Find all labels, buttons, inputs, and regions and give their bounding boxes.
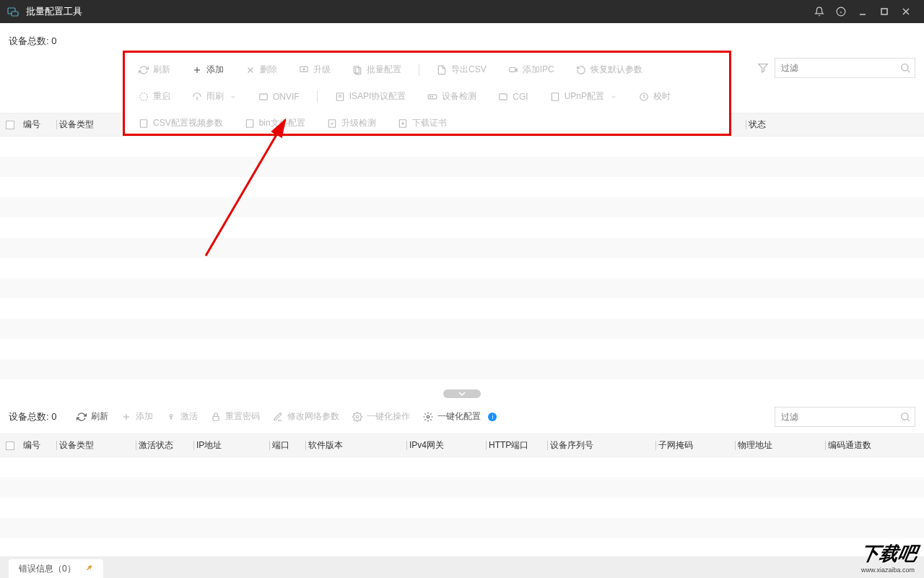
upgrade-check-button[interactable]: 升级检测	[318, 113, 385, 134]
svg-rect-26	[500, 93, 507, 99]
table1-body	[0, 137, 924, 389]
svg-point-24	[430, 96, 431, 97]
svg-point-41	[427, 415, 430, 418]
app-logo-icon	[7, 6, 19, 17]
watermark: 下载吧 www.xiazaiba.com	[858, 541, 920, 574]
edit-network-button[interactable]: 修改网络参数	[273, 410, 339, 423]
titlebar: 批量配置工具	[0, 0, 924, 23]
svg-point-34	[902, 64, 908, 71]
device-total-bottom: 设备总数: 0	[9, 410, 56, 423]
svg-rect-6	[881, 9, 887, 14]
svg-rect-39	[213, 416, 219, 420]
onvif-button[interactable]: ONVIF	[250, 87, 308, 107]
add-ipc-button[interactable]: 添加IPC	[500, 60, 563, 80]
select-all-checkbox-2[interactable]	[6, 441, 14, 450]
info-badge-icon: i	[488, 413, 497, 421]
download-cert-button[interactable]: 下载证书	[389, 113, 456, 134]
pin-icon[interactable]	[84, 564, 93, 574]
select-all-checkbox-1[interactable]	[6, 121, 14, 129]
device-total-top: 设备总数: 0	[9, 35, 56, 48]
svg-point-25	[432, 96, 433, 97]
onekey-operation-button[interactable]: 一键化操作	[352, 410, 410, 423]
svg-rect-1	[12, 12, 18, 16]
top-toolbar-area: 设备总数: 0 刷新 添加 删除 升级 批量配置 导出CSV 添加IPC 恢复默…	[0, 23, 924, 113]
activate-button[interactable]: 激活	[166, 410, 198, 423]
close-button[interactable]	[895, 0, 917, 23]
minimize-button[interactable]	[852, 0, 873, 23]
upnp-config-button[interactable]: UPnP配置	[541, 87, 626, 107]
table2-header: 编号 设备类型 激活状态 IP地址 端口 软件版本 IPv4网关 HTTP端口 …	[0, 434, 924, 457]
filter-input-bottom[interactable]	[775, 407, 915, 427]
isapi-config-button[interactable]: ISAPI协议配置	[326, 87, 415, 107]
reboot-button[interactable]: 重启	[130, 87, 179, 107]
statusbar: 错误信息（0）	[0, 556, 924, 578]
add-button-2[interactable]: 添加	[121, 410, 153, 423]
svg-point-42	[902, 413, 908, 420]
timing-button[interactable]: 校时	[630, 87, 679, 107]
filter-bottom	[775, 407, 915, 427]
collapse-handle[interactable]	[443, 389, 481, 398]
filter-icon	[757, 62, 769, 76]
window-title: 批量配置工具	[26, 5, 82, 18]
svg-rect-30	[246, 119, 253, 127]
csv-video-params-button[interactable]: CSV配置视频参数	[130, 113, 232, 134]
svg-rect-29	[140, 119, 147, 127]
svg-line-43	[907, 419, 910, 421]
onekey-config-button[interactable]: 一键化配置i	[423, 410, 497, 423]
upgrade-button[interactable]: 升级	[290, 60, 339, 80]
info-icon[interactable]	[830, 0, 852, 23]
reset-password-button[interactable]: 重置密码	[211, 410, 260, 423]
device-detect-button[interactable]: 设备检测	[419, 87, 485, 107]
svg-point-38	[170, 414, 173, 417]
add-button[interactable]: 添加	[183, 60, 232, 80]
cgi-button[interactable]: CGI	[489, 87, 536, 107]
search-icon[interactable]	[899, 62, 911, 76]
svg-rect-16	[509, 67, 515, 72]
svg-point-40	[357, 415, 359, 418]
refresh-button-2[interactable]: 刷新	[77, 410, 108, 423]
filter-top	[775, 58, 915, 78]
delete-button[interactable]: 删除	[237, 60, 286, 80]
bin-file-config-button[interactable]: bin文件配置	[236, 113, 314, 134]
bell-icon[interactable]	[808, 0, 830, 23]
svg-rect-27	[552, 92, 558, 100]
search-icon-2[interactable]	[899, 411, 911, 425]
error-info-tab[interactable]: 错误信息（0）	[9, 559, 103, 578]
svg-marker-33	[759, 64, 767, 72]
svg-point-17	[140, 92, 148, 100]
filter-input-top[interactable]	[775, 58, 915, 78]
mid-toolbar: 设备总数: 0 刷新 添加 激活 重置密码 修改网络参数 一键化操作 一键化配置…	[0, 400, 924, 434]
svg-line-35	[907, 70, 910, 72]
batch-config-button[interactable]: 批量配置	[344, 60, 410, 80]
refresh-button[interactable]: 刷新	[130, 60, 179, 80]
wiper-button[interactable]: 雨刷	[183, 87, 245, 107]
maximize-button[interactable]	[873, 0, 895, 23]
restore-default-button[interactable]: 恢复默认参数	[567, 60, 651, 80]
table2-body	[0, 457, 924, 551]
svg-rect-19	[260, 93, 268, 99]
export-csv-button[interactable]: 导出CSV	[428, 60, 495, 80]
toolbar-rows: 刷新 添加 删除 升级 批量配置 导出CSV 添加IPC 恢复默认参数 重启 雨…	[130, 56, 722, 137]
